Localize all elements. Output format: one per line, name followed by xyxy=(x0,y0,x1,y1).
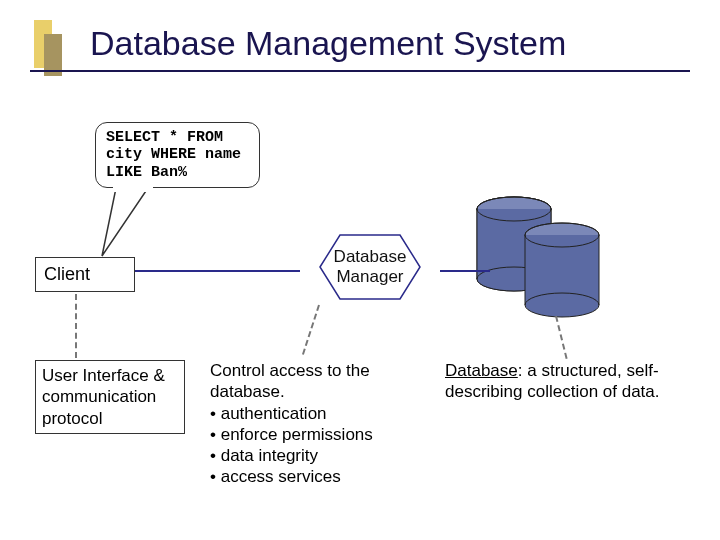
client-node: Client xyxy=(35,257,135,292)
title-underline xyxy=(30,70,690,72)
speech-bubble-tail-icon xyxy=(98,186,158,258)
manager-desc-bullet-3: • data integrity xyxy=(210,445,425,466)
database-description: Database: a structured, self-describing … xyxy=(445,360,695,403)
database-cluster-icon xyxy=(475,195,650,320)
sql-line-3: LIKE Ban% xyxy=(106,164,249,181)
client-description: User Interface & communication protocol xyxy=(35,360,185,434)
client-description-text: User Interface & communication protocol xyxy=(35,360,185,434)
leader-line-database xyxy=(555,316,568,359)
connector-manager-database xyxy=(440,270,490,272)
manager-desc-bullet-1: • authentication xyxy=(210,403,425,424)
manager-desc-bullet-2: • enforce permissions xyxy=(210,424,425,445)
connector-client-manager xyxy=(135,270,300,272)
sql-query-bubble: SELECT * FROM city WHERE name LIKE Ban% xyxy=(95,122,260,188)
page-title: Database Management System xyxy=(90,24,566,63)
svg-marker-0 xyxy=(102,188,148,256)
manager-desc-line1: Control access to the database. xyxy=(210,360,425,403)
leader-line-client xyxy=(75,294,77,358)
database-manager-label: Database Manager xyxy=(300,232,440,302)
sql-line-1: SELECT * FROM xyxy=(106,129,249,146)
svg-rect-1 xyxy=(113,186,153,192)
sql-line-2: city WHERE name xyxy=(106,146,249,163)
manager-desc-bullet-4: • access services xyxy=(210,466,425,487)
database-manager-node: Database Manager xyxy=(300,232,440,302)
client-label: Client xyxy=(44,264,90,284)
svg-point-17 xyxy=(525,293,599,317)
database-term: Database xyxy=(445,361,518,380)
leader-line-manager xyxy=(302,305,320,355)
manager-description: Control access to the database. • authen… xyxy=(210,360,425,488)
